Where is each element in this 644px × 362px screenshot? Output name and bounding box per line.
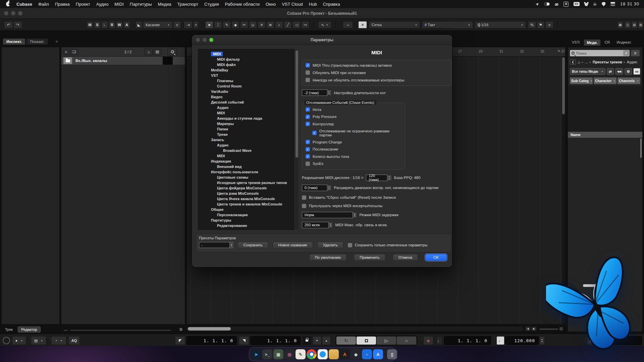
menubar-item-11[interactable]: Рабочие области: [222, 2, 263, 7]
extend-range-field[interactable]: 0 (тики): [302, 185, 327, 191]
goto-right-locator-button[interactable]: [239, 336, 249, 345]
prefs-tree-item-9[interactable]: Видео: [198, 94, 294, 100]
snap-type-dropdown[interactable]: Сетка▼: [369, 21, 420, 28]
scroll-left-button[interactable]: ◀: [525, 326, 531, 331]
cancel-button[interactable]: Отмена: [393, 254, 418, 261]
prefs-tree-item-15[interactable]: Папки: [198, 126, 294, 132]
redo-button[interactable]: ↷: [13, 21, 22, 28]
curve-kind-button[interactable]: ∿▼: [318, 21, 331, 28]
media-tab-CR[interactable]: CR: [602, 39, 613, 46]
midi-option-2-checkbox[interactable]: [302, 204, 306, 208]
right-locator-display[interactable]: 1. 1. 1. 0: [250, 336, 301, 345]
prefs-tree-item-28[interactable]: Цвета Ячеек канала MixConsole: [198, 196, 294, 201]
tree-scrollbar[interactable]: [295, 49, 299, 230]
prefs-tree-item-29[interactable]: Цвета треков и каналов MixConsole: [198, 201, 294, 207]
track-filter-button[interactable]: ▤: [153, 49, 161, 55]
resolution-field[interactable]: 120 (тики): [366, 175, 387, 181]
chase-event-3-checkbox[interactable]: [306, 122, 310, 126]
prefs-tree-item-4[interactable]: MediaBay: [198, 67, 294, 73]
quantize-panel-icon[interactable]: ℮: [545, 21, 553, 28]
menubar-item-2[interactable]: Файл: [35, 2, 52, 7]
auto-scroll-icon[interactable]: ⇥: [184, 21, 193, 28]
time-format-icon[interactable]: ♩: [436, 336, 443, 345]
lower-zone-icon[interactable]: ▤: [631, 21, 637, 28]
goto-left-locator-button[interactable]: [175, 336, 185, 345]
inspector-tab-2[interactable]: Показат.: [26, 38, 48, 45]
chase-event-4-checkbox[interactable]: [312, 131, 317, 135]
tempo-stepper[interactable]: ▲▼: [539, 336, 545, 345]
reset-filter-icon[interactable]: ◀◀: [615, 68, 623, 75]
prefs-tree-item-24[interactable]: Цветовые схемы: [198, 175, 294, 180]
resolution-stepper[interactable]: ▲▼: [387, 176, 391, 180]
store-marked-only-checkbox[interactable]: [348, 243, 352, 247]
stop-button[interactable]: [357, 337, 376, 345]
apply-button[interactable]: Применить: [354, 254, 385, 261]
dock-folder[interactable]: [329, 349, 339, 359]
dock-app-blue-square[interactable]: ▫: [362, 349, 372, 359]
automation-panel-button[interactable]: ▤▼: [31, 336, 46, 345]
media-vertical-scroll-handle[interactable]: [640, 138, 642, 158]
home-icon[interactable]: ⌂: [578, 60, 580, 65]
chase-event-6-checkbox[interactable]: [306, 147, 310, 152]
dock-terminal[interactable]: >_: [262, 349, 272, 359]
prefs-tree-item-22[interactable]: Внешний вид: [198, 164, 294, 169]
menubar-item-12[interactable]: Окно: [263, 2, 279, 7]
edit-channel-button[interactable]: ℮: [173, 21, 181, 28]
cycle-button[interactable]: ↻: [336, 337, 356, 345]
menubar-item-3[interactable]: Правка: [52, 2, 73, 7]
snap-toggle[interactable]: ✕: [358, 21, 367, 28]
dock-camera[interactable]: ◎: [284, 349, 294, 359]
tool-line[interactable]: ╱: [284, 21, 292, 28]
prefs-tree-item-3[interactable]: MIDI файл: [198, 62, 294, 67]
preset-stepper[interactable]: ▲▼: [230, 242, 233, 248]
quantize-dropdown[interactable]: Q 1/16▼: [475, 21, 526, 28]
dock-compass[interactable]: ◈: [351, 349, 361, 359]
rename-preset-button[interactable]: Новое название: [273, 242, 313, 248]
menubar-item-14[interactable]: Hub: [306, 2, 320, 7]
breadcrumb-ellipsis[interactable]: ...: [585, 60, 588, 64]
position-display[interactable]: 1. 1. 1. 0: [444, 336, 491, 345]
media-settings-gear-icon[interactable]: ⚙: [625, 68, 632, 75]
scroll-right-button[interactable]: ▶: [531, 326, 537, 331]
media-filter-2[interactable]: Character▼: [594, 77, 616, 84]
media-tab-VSTi[interactable]: VSTi: [569, 39, 582, 46]
tool-range-selection[interactable]: ⌶: [214, 21, 222, 28]
toolbar-state-L[interactable]: L: [101, 21, 108, 28]
max-feedback-stepper[interactable]: ▲▼: [329, 223, 332, 227]
results-view-button[interactable]: ≣: [631, 50, 640, 56]
punch-in-button[interactable]: ▼: [313, 336, 321, 345]
right-zone-icon[interactable]: ▥: [638, 21, 643, 28]
dock-notes[interactable]: ✎: [296, 349, 306, 359]
prefs-tree-item-19[interactable]: Broadcast Wave: [198, 148, 294, 153]
bear-icon[interactable]: [585, 3, 588, 6]
transport-pad-icon[interactable]: [3, 337, 10, 344]
menubar-item-7[interactable]: Партитуры: [127, 2, 155, 7]
dialog-zoom-button[interactable]: [209, 38, 213, 42]
record-mode-button[interactable]: ●▼: [12, 336, 26, 345]
breadcrumb-folder[interactable]: Пресеты треков: [593, 60, 622, 64]
media-filter-3[interactable]: Channels▼: [618, 77, 640, 84]
language-badge[interactable]: РУ: [574, 2, 579, 6]
shuffle-results-icon[interactable]: ⇄: [607, 68, 614, 75]
extend-range-stepper[interactable]: ▲▼: [327, 186, 331, 190]
tool-zoom[interactable]: ⊕: [266, 21, 274, 28]
prefs-tree-item-13[interactable]: Аккорды и ступени лада: [198, 116, 294, 121]
dialog-minimize-button[interactable]: [203, 38, 207, 42]
prefs-tree-item-26[interactable]: Цвета фейдера MixConsole: [198, 185, 294, 191]
pin-icon[interactable]: ➤: [534, 1, 540, 7]
toolbar-state-M[interactable]: M: [87, 21, 93, 28]
track-search-button[interactable]: [167, 48, 177, 56]
menubar-item-6[interactable]: MIDI: [111, 2, 126, 7]
menubar-item-10[interactable]: Студия: [201, 2, 222, 7]
inspector-tab-1[interactable]: Инспект.: [3, 38, 25, 45]
tool-comp[interactable]: ♪: [275, 21, 283, 28]
menubar-item-8[interactable]: Медиа: [155, 2, 174, 7]
toolbar-state-R[interactable]: R: [109, 21, 115, 28]
tool-object-selection[interactable]: ➤: [205, 21, 213, 28]
preset-dropdown[interactable]: -: [199, 242, 230, 248]
media-tab-Меди.[interactable]: Меди.: [584, 39, 600, 46]
menubar-item-9[interactable]: Транспорт: [174, 2, 202, 7]
toolbar-state-S[interactable]: S: [94, 21, 101, 28]
prefs-tree-item-12[interactable]: MIDI: [198, 110, 294, 116]
prefs-tree-item-30[interactable]: Общие: [198, 207, 294, 212]
